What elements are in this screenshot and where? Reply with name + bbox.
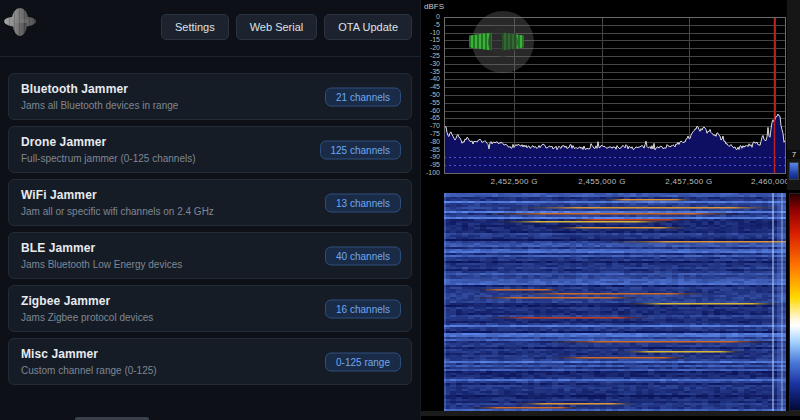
jammer-card-drone-jammer[interactable]: Drone Jammer Full-spectrum jammer (0-125… (8, 126, 412, 173)
dbfs-tick-label: -45 (421, 83, 440, 91)
spectrum-plot[interactable] (444, 17, 786, 174)
dbfs-tick-label: -35 (421, 68, 440, 76)
dbfs-tick-label: -75 (421, 130, 440, 138)
dbfs-tick-label: -20 (421, 44, 440, 52)
dbfs-tick-label: -100 (421, 169, 440, 177)
dbfs-tick-label: -10 (421, 29, 440, 37)
dbfs-tick-label: -95 (421, 161, 440, 169)
header-button-web-serial[interactable]: Web Serial (236, 14, 318, 40)
jammer-channel-badge: 125 channels (320, 140, 402, 159)
waterfall-display[interactable] (444, 193, 786, 411)
frequency-tick-label: 2,455,000 G (562, 177, 642, 186)
waterfall-gain-slider[interactable] (789, 162, 799, 180)
y-axis-unit-label: dBFS (424, 2, 444, 11)
dbfs-tick-label: -80 (421, 138, 440, 146)
dbfs-tick-label: -30 (421, 60, 440, 68)
jammer-card-zigbee-jammer[interactable]: Zigbee Jammer Jams Zigbee protocol devic… (8, 285, 412, 332)
jammer-card-bluetooth-jammer[interactable]: Bluetooth Jammer Jams all Bluetooth devi… (8, 73, 412, 120)
dbfs-tick-label: -40 (421, 75, 440, 83)
waterfall-bottom-frame (421, 411, 800, 416)
sdr-display-panel: dBFS 0-5-10-15-20-25-30-35-40-45-50-55-6… (420, 0, 800, 420)
hat-logo-shading (4, 8, 36, 37)
jammer-card-misc-jammer[interactable]: Misc Jammer Custom channel range (0-125)… (8, 338, 412, 385)
dbfs-tick-label: 0 (421, 13, 440, 21)
dbfs-tick-label: -65 (421, 114, 440, 122)
dbfs-tick-label: -15 (421, 36, 440, 44)
frequency-tick-label: 2,452,500 G (474, 177, 554, 186)
jammer-channel-badge: 13 channels (325, 193, 401, 212)
waterfall-speed-value: 7 (787, 150, 800, 159)
spectrum-side-strip: 7 (787, 0, 800, 190)
jammer-card-ble-jammer[interactable]: BLE Jammer Jams Bluetooth Low Energy dev… (8, 232, 412, 279)
app-header: SettingsWeb SerialOTA Update (0, 0, 420, 57)
dbfs-tick-label: -50 (421, 91, 440, 99)
header-button-settings[interactable]: Settings (161, 14, 229, 40)
frequency-tick-label: 2,457,500 G (649, 177, 729, 186)
jammer-app-panel: SettingsWeb SerialOTA Update Bluetooth J… (0, 0, 420, 420)
header-button-ota-update[interactable]: OTA Update (324, 14, 412, 40)
dbfs-tick-label: -55 (421, 99, 440, 107)
waterfall-colorbar (789, 193, 800, 411)
header-buttons: SettingsWeb SerialOTA Update (161, 14, 412, 40)
dbfs-tick-label: -25 (421, 52, 440, 60)
hat-logo (4, 8, 36, 37)
jammer-channel-badge: 0-125 range (325, 352, 401, 371)
jammer-channel-badge: 21 channels (325, 87, 401, 106)
dbfs-tick-label: -85 (421, 146, 440, 154)
dbfs-tick-label: -60 (421, 107, 440, 115)
jammer-channel-badge: 16 channels (325, 299, 401, 318)
jammer-channel-badge: 40 channels (325, 246, 401, 265)
dbfs-tick-label: -70 (421, 122, 440, 130)
jammer-card-wifi-jammer[interactable]: WiFi Jammer Jam all or specific wifi cha… (8, 179, 412, 226)
dbfs-tick-label: -90 (421, 153, 440, 161)
dbfs-tick-label: -5 (421, 21, 440, 29)
